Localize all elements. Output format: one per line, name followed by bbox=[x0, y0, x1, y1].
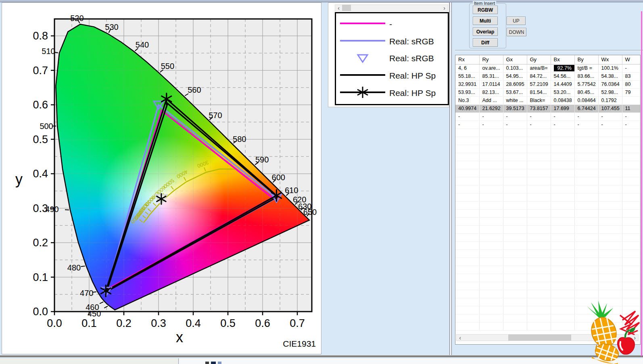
table-header-Gy[interactable]: Gy bbox=[527, 55, 551, 64]
scroll-right-icon[interactable]: › bbox=[631, 335, 638, 341]
diff-button[interactable]: Diff bbox=[473, 38, 498, 47]
table-cell bbox=[527, 322, 551, 330]
table-cell: 80 bbox=[622, 80, 641, 88]
table-row[interactable]: -------- bbox=[455, 112, 641, 121]
table-cell bbox=[598, 161, 622, 169]
table-row-empty[interactable] bbox=[455, 153, 641, 161]
table-row-empty[interactable] bbox=[455, 241, 641, 250]
table-row-empty[interactable] bbox=[455, 217, 641, 225]
table-row[interactable]: 53.93...82.13...53.67...81.54...53.20...… bbox=[455, 88, 641, 96]
legend-item-label: Real: sRGB bbox=[389, 37, 434, 46]
table-cell bbox=[455, 201, 479, 209]
table-row-empty[interactable] bbox=[455, 129, 641, 137]
table-cell bbox=[479, 314, 503, 322]
table-cell: 11 bbox=[622, 104, 641, 112]
table-header-Wx[interactable]: Wx bbox=[598, 55, 622, 64]
down-button[interactable]: DOWN bbox=[507, 28, 526, 36]
table-row[interactable]: -------- bbox=[455, 121, 641, 129]
table-cell bbox=[622, 298, 641, 306]
table-cell: white ... bbox=[503, 96, 527, 104]
table-row-empty[interactable] bbox=[455, 298, 641, 306]
table-header-Ry[interactable]: Ry bbox=[479, 55, 503, 64]
table-cell: 52.98... bbox=[598, 88, 622, 96]
svg-text:0.1: 0.1 bbox=[81, 317, 97, 329]
table-cell bbox=[527, 153, 551, 161]
table-cell bbox=[503, 193, 527, 201]
table-cell bbox=[479, 129, 503, 137]
table-cell: 73.8157 bbox=[527, 104, 551, 112]
table-cell bbox=[622, 274, 641, 282]
table-row-empty[interactable] bbox=[455, 233, 641, 241]
table-cell bbox=[622, 282, 641, 290]
table-header-W[interactable]: W bbox=[622, 55, 641, 64]
table-row-empty[interactable] bbox=[455, 306, 641, 314]
table-row-empty[interactable] bbox=[455, 169, 641, 177]
svg-text:510: 510 bbox=[42, 47, 55, 56]
taskbar-icon bbox=[205, 362, 209, 364]
scroll-left-icon[interactable]: ‹ bbox=[335, 5, 342, 11]
table-cell bbox=[622, 137, 641, 145]
table-cell bbox=[551, 169, 574, 177]
table-row-empty[interactable] bbox=[455, 322, 641, 330]
table-cell: 39.5173 bbox=[503, 104, 527, 112]
table-row-empty[interactable] bbox=[455, 185, 641, 193]
table-row-empty[interactable] bbox=[455, 225, 641, 233]
table-row-empty[interactable] bbox=[455, 250, 641, 258]
table-header-By[interactable]: By bbox=[574, 55, 598, 64]
table-row[interactable]: 40.997421.629239.517373.815717.6996.7442… bbox=[455, 104, 641, 112]
scroll-left-icon[interactable]: ‹ bbox=[457, 335, 463, 341]
taskbar-icon bbox=[218, 362, 221, 364]
legend-scrollbar-thumb[interactable] bbox=[342, 5, 351, 11]
up-button[interactable]: UP bbox=[507, 17, 526, 25]
table-cell bbox=[551, 161, 574, 169]
table-cell bbox=[574, 129, 598, 137]
table-row-empty[interactable] bbox=[455, 177, 641, 185]
table-cell bbox=[622, 314, 641, 322]
table-row-empty[interactable] bbox=[455, 266, 641, 274]
table-row-empty[interactable] bbox=[455, 258, 641, 266]
table-row-empty[interactable] bbox=[455, 282, 641, 290]
legend-horizontal-scrollbar[interactable]: ‹ › bbox=[335, 4, 448, 11]
app-window: { "window": { "accent_pink": "#ff66d9", … bbox=[0, 0, 643, 364]
table-cell bbox=[574, 161, 598, 169]
table-cell: - bbox=[551, 112, 574, 121]
table-cell bbox=[598, 193, 622, 201]
table-header-Rx[interactable]: Rx bbox=[455, 55, 479, 64]
table-row[interactable]: No.3Add ...white ...Black=0.084380.08464… bbox=[455, 96, 641, 104]
table-row-empty[interactable] bbox=[455, 290, 641, 298]
table-row-empty[interactable] bbox=[455, 274, 641, 282]
table-cell bbox=[574, 209, 598, 217]
table-row-empty[interactable] bbox=[455, 137, 641, 145]
table-header-Gx[interactable]: Gx bbox=[503, 55, 527, 64]
table-horizontal-scrollbar[interactable]: ‹ › bbox=[456, 334, 639, 341]
table-cell bbox=[574, 322, 598, 330]
multi-button[interactable]: Multi bbox=[473, 17, 498, 25]
overlap-button[interactable]: Overlap bbox=[473, 27, 498, 36]
table-cell bbox=[527, 266, 551, 274]
table-row-empty[interactable] bbox=[455, 209, 641, 217]
table-cell bbox=[598, 217, 622, 225]
table-cell bbox=[598, 169, 622, 177]
table-cell: - bbox=[598, 121, 622, 129]
rgbw-button[interactable]: RGBW bbox=[473, 6, 498, 14]
table-header-Bx[interactable]: Bx bbox=[551, 55, 574, 64]
table-scrollbar-thumb[interactable] bbox=[508, 335, 571, 341]
table-row[interactable]: 55.18...85.31...54.95...84.72...54.56...… bbox=[455, 72, 641, 80]
table-row-empty[interactable] bbox=[455, 161, 641, 169]
table-row-empty[interactable] bbox=[455, 193, 641, 201]
table-cell bbox=[551, 217, 574, 225]
table-cell: - bbox=[455, 112, 479, 121]
table-row-empty[interactable] bbox=[455, 314, 641, 322]
table-cell bbox=[598, 129, 622, 137]
table-row-empty[interactable] bbox=[455, 201, 641, 209]
table-row[interactable]: 4, 6ov.are...0.103...area/B=92.7%tgt/B =… bbox=[455, 64, 641, 72]
table-cell bbox=[479, 298, 503, 306]
legend-pane: ‹ › -Real: sRGBReal: sRGBReal: HP SpReal… bbox=[328, 2, 449, 107]
table-cell bbox=[503, 161, 527, 169]
table-row-empty[interactable] bbox=[455, 145, 641, 153]
table-row[interactable]: 32.993117.011428.609557.210914.44095.775… bbox=[455, 80, 641, 88]
table-cell bbox=[551, 306, 574, 314]
table-cell bbox=[574, 201, 598, 209]
table-cell: 53.67... bbox=[503, 88, 527, 96]
scroll-right-icon[interactable]: › bbox=[441, 5, 448, 11]
